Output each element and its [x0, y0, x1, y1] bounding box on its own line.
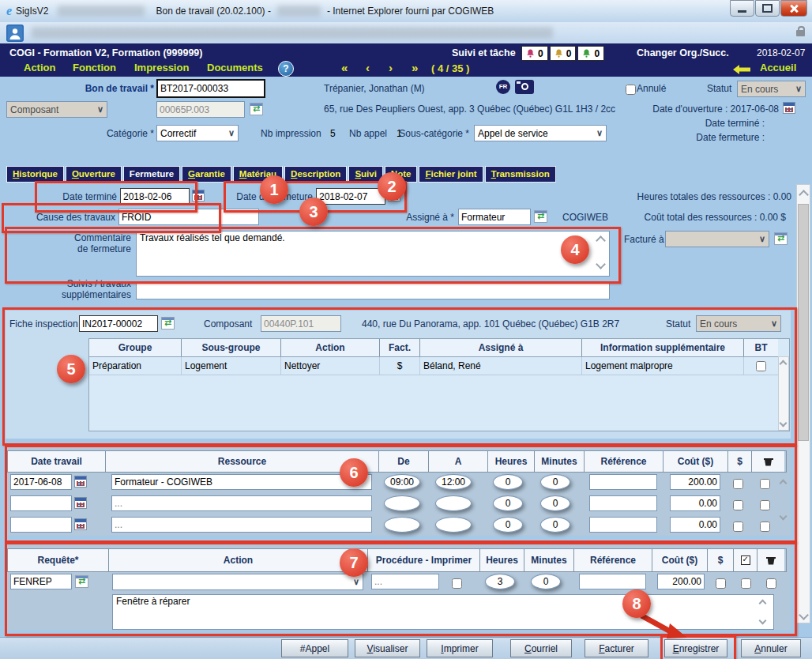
scroll-down-icon[interactable]	[799, 610, 809, 620]
ressource-date-calendar-icon[interactable]	[74, 476, 87, 488]
annule-checkbox[interactable]	[626, 85, 636, 95]
tab-materiau[interactable]: Matériau	[233, 166, 283, 183]
imprimer-checkbox[interactable]	[452, 578, 462, 589]
alert-badge-yellow[interactable]: 0	[550, 46, 577, 61]
tab-garantie[interactable]: Garantie	[182, 166, 231, 183]
requete-select-checkbox[interactable]	[741, 578, 751, 589]
cout-input[interactable]	[670, 517, 720, 533]
tab-fichier-joint[interactable]: Fichier joint	[419, 166, 483, 183]
visualiser-button[interactable]: Visualiser	[355, 639, 420, 657]
imprimer-button[interactable]: Imprimer	[427, 639, 493, 657]
fiche-inspection-input[interactable]	[79, 315, 158, 332]
camera-icon[interactable]	[515, 80, 534, 94]
alert-badge-red[interactable]: 0	[521, 46, 548, 61]
col-assigne[interactable]: Assigné à	[420, 339, 582, 356]
reference-input[interactable]	[589, 474, 657, 490]
ressource-input[interactable]	[111, 474, 372, 490]
procedure-input[interactable]	[371, 574, 439, 589]
bt-number-input[interactable]	[156, 79, 265, 98]
col-bt[interactable]: BT	[744, 339, 778, 356]
minimize-button[interactable]	[730, 0, 754, 17]
requete-reference-input[interactable]	[579, 574, 646, 589]
requete-action-dropdown[interactable]	[112, 574, 363, 590]
cout-input[interactable]	[670, 495, 720, 511]
suivis-input[interactable]	[136, 281, 610, 299]
delete-checkbox[interactable]	[760, 500, 770, 510]
requete-lookup-icon[interactable]: ⇄	[75, 575, 88, 588]
ressource-input[interactable]	[111, 495, 372, 511]
date-fermeture-input[interactable]	[316, 188, 385, 205]
ressource-date-input[interactable]	[10, 495, 72, 511]
scroll-up-icon[interactable]	[799, 190, 809, 200]
date-termine-input[interactable]	[120, 188, 190, 205]
col-procedure: Procédure - Imprimer	[368, 549, 480, 571]
col-sous-groupe[interactable]: Sous-groupe	[182, 339, 281, 356]
ressource-date-input[interactable]	[10, 474, 72, 490]
reference-input[interactable]	[589, 495, 657, 511]
nav-prev-button[interactable]: ‹	[366, 61, 370, 74]
accueil-link[interactable]: Accueil	[760, 62, 796, 73]
reference-input[interactable]	[589, 517, 657, 533]
delete-checkbox[interactable]	[760, 522, 770, 532]
menu-action[interactable]: Action	[24, 62, 55, 73]
requete-delete-checkbox[interactable]	[766, 578, 776, 589]
ressource-date-calendar-icon[interactable]	[74, 497, 87, 509]
close-button[interactable]	[780, 0, 807, 17]
tab-suivi[interactable]: Suivi	[348, 166, 382, 183]
requete-dollar-checkbox[interactable]	[716, 578, 726, 589]
nav-next-button[interactable]: ›	[389, 61, 393, 74]
date-ouverture-calendar-icon[interactable]	[783, 102, 795, 114]
tab-description[interactable]: Description	[284, 166, 347, 183]
annuler-button[interactable]: Annuler	[741, 639, 801, 657]
requete-code-input[interactable]	[10, 574, 72, 589]
menu-impression[interactable]: Impression	[134, 62, 189, 73]
cause-travaux-input[interactable]	[118, 209, 259, 225]
tab-historique[interactable]: Historique	[6, 166, 64, 183]
date-fermeture-calendar-icon[interactable]	[388, 190, 400, 201]
appel-button[interactable]: #Appel	[281, 639, 348, 657]
dollar-checkbox[interactable]	[733, 479, 743, 489]
menu-documents[interactable]: Documents	[207, 62, 263, 73]
help-icon[interactable]: ?	[278, 61, 294, 77]
dollar-checkbox[interactable]	[733, 500, 743, 510]
col-fact[interactable]: Fact.	[380, 339, 420, 356]
change-org-link[interactable]: Changer Org./Succ.	[637, 47, 729, 58]
dollar-checkbox[interactable]	[733, 522, 743, 532]
nav-first-button[interactable]: «	[341, 61, 348, 74]
composant-lookup-icon[interactable]: ⇄	[250, 103, 263, 115]
back-arrow-icon[interactable]	[733, 65, 750, 77]
col-groupe[interactable]: Groupe	[89, 339, 182, 356]
tab-transmission[interactable]: Transmission	[485, 166, 556, 183]
courriel-button[interactable]: Courriel	[510, 639, 572, 657]
scrollbar-thumb[interactable]	[798, 204, 809, 441]
facture-lookup-icon[interactable]: ⇄	[774, 232, 788, 245]
col-action[interactable]: Action	[281, 339, 380, 356]
nav-last-button[interactable]: »	[412, 61, 418, 74]
tab-ouverture[interactable]: Ouverture	[66, 166, 122, 183]
assigne-lookup-icon[interactable]: ⇄	[534, 210, 547, 223]
menu-fonction[interactable]: Fonction	[73, 62, 116, 73]
alert-badge-green[interactable]: 0	[577, 46, 604, 61]
fr-language-badge[interactable]: FR	[496, 80, 510, 94]
inspection-row[interactable]: Préparation Logement Nettoyer $ Béland, …	[89, 357, 789, 375]
inspection-table-scrollbar[interactable]	[778, 356, 789, 431]
requete-cout-input[interactable]	[657, 574, 705, 589]
page-scrollbar[interactable]	[796, 184, 810, 623]
application-window: e SigIsV2 Bon de travail (20.02.100) - -…	[0, 0, 812, 659]
fiche-lookup-icon[interactable]: ⇄	[161, 317, 175, 330]
inspection-bt-checkbox[interactable]	[756, 361, 766, 371]
date-termine-calendar-icon[interactable]	[192, 190, 205, 201]
col-info-supp[interactable]: Information supplémentaire	[582, 339, 744, 356]
ressource-input[interactable]	[111, 517, 372, 533]
tab-note[interactable]: Note	[385, 166, 418, 183]
delete-checkbox[interactable]	[760, 479, 770, 489]
tab-fermeture[interactable]: Fermeture	[123, 166, 180, 183]
cout-input[interactable]	[670, 474, 720, 490]
assigne-input[interactable]	[458, 209, 531, 225]
categorie-dropdown[interactable]: Correctif	[156, 125, 239, 141]
maximize-button[interactable]	[755, 0, 780, 17]
ressource-date-calendar-icon[interactable]	[74, 518, 87, 530]
sous-categorie-dropdown[interactable]: Appel de service	[474, 125, 607, 141]
commentaire-textarea[interactable]: Travaux réalisés tel que demandé.	[136, 231, 610, 277]
ressource-date-input[interactable]	[10, 517, 72, 533]
